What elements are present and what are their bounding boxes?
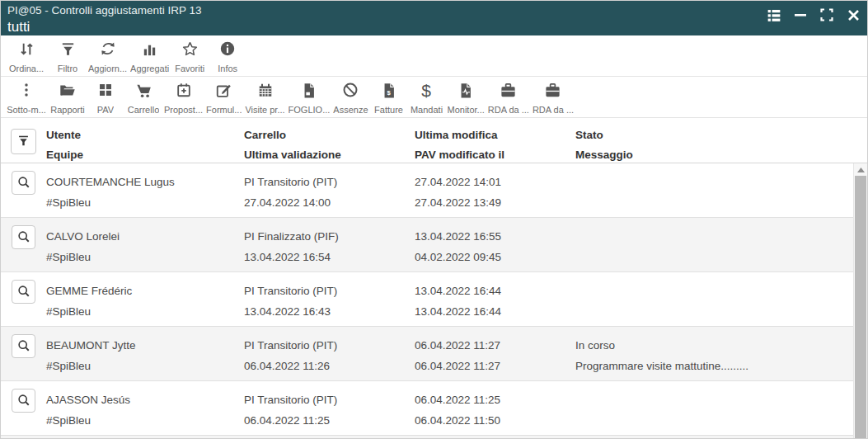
row-detail-button[interactable] bbox=[12, 225, 35, 249]
file-icon bbox=[301, 81, 317, 99]
magnifier-icon bbox=[16, 393, 30, 409]
row-ultima-modifica: 06.04.2022 11:27 bbox=[415, 335, 575, 356]
vertical-scrollbar[interactable] bbox=[853, 163, 867, 438]
table-row[interactable]: CALVO Lorelei#SpiBleu PI Finalizzato (PI… bbox=[1, 218, 853, 272]
row-detail-button[interactable] bbox=[12, 171, 35, 195]
scroll-up-arrow-icon[interactable] bbox=[854, 163, 867, 176]
file-pulse-icon bbox=[457, 81, 474, 99]
window-controls bbox=[767, 3, 861, 35]
column-header-line1: Carrello bbox=[244, 125, 415, 145]
toolbar-label: Monitor... bbox=[448, 105, 485, 115]
column-header-line2: Equipe bbox=[46, 145, 244, 165]
toolbar-label: Formul... bbox=[206, 105, 242, 115]
cart-icon bbox=[135, 81, 152, 99]
row-utente: COURTEMANCHE Lugus bbox=[46, 172, 244, 192]
toolbar-button-infos[interactable]: Infos bbox=[209, 35, 246, 76]
row-carrello: PI Transitorio (PIT) bbox=[244, 389, 415, 410]
toolbar-button-aggiorna[interactable]: Aggiorn... bbox=[87, 35, 129, 76]
window-subtitle: tutti bbox=[7, 18, 202, 37]
row-carrello: PI Transitorio (PIT) bbox=[244, 281, 415, 301]
toolbar-button-pav[interactable]: PAV bbox=[87, 77, 124, 117]
bar-chart-icon bbox=[141, 40, 158, 58]
info-icon bbox=[219, 40, 236, 58]
row-utente: BEAUMONT Jytte bbox=[46, 335, 244, 356]
toolbar-button-filtro[interactable]: Filtro bbox=[49, 35, 87, 76]
row-carrello: PI Transitorio (PIT) bbox=[244, 335, 415, 356]
row-pav-modificato: 13.04.2022 16:44 bbox=[415, 301, 575, 322]
table-row[interactable]: COURTEMANCHE Lugus#SpiBleu PI Transitori… bbox=[1, 163, 853, 218]
row-equipe: #SpiBleu bbox=[46, 192, 244, 213]
app-window: PI@05 - Controlli aggiustamenti IRP 13 t… bbox=[0, 0, 868, 439]
toolbar-button-favoriti[interactable]: Favoriti bbox=[171, 35, 209, 76]
toolbar-label: PAV bbox=[97, 105, 114, 115]
row-detail-button[interactable] bbox=[12, 334, 35, 358]
row-detail-button[interactable] bbox=[12, 389, 35, 413]
sort-icon bbox=[18, 40, 35, 58]
calendar-plus-icon bbox=[176, 81, 192, 99]
magnifier-icon bbox=[16, 175, 30, 191]
column-header-line2: Messaggio bbox=[575, 145, 853, 165]
column-header-stato[interactable]: Stato Messaggio bbox=[575, 118, 853, 165]
column-header-line1: Ultima modifica bbox=[415, 125, 575, 145]
row-detail-button[interactable] bbox=[12, 280, 35, 304]
row-utente: CALVO Lorelei bbox=[46, 226, 244, 247]
toolbar-label: Aggregati bbox=[130, 64, 169, 73]
magnifier-icon bbox=[16, 229, 30, 246]
row-equipe: #SpiBleu bbox=[46, 356, 244, 376]
column-header-carrello[interactable]: Carrello Ultima validazione bbox=[244, 118, 415, 165]
partial-next-row bbox=[1, 436, 853, 438]
toolbar-button-rapporti[interactable]: Rapporti bbox=[49, 77, 87, 117]
column-header-utente[interactable]: Utente Equipe bbox=[46, 118, 244, 165]
row-ultima-validazione: 06.04.2022 11:26 bbox=[244, 356, 415, 376]
toolbar-label: Mandati bbox=[411, 105, 443, 115]
column-header-line1: Utente bbox=[46, 125, 244, 145]
table-rows: COURTEMANCHE Lugus#SpiBleu PI Transitori… bbox=[1, 163, 853, 438]
row-ultima-modifica: 13.04.2022 16:44 bbox=[415, 281, 575, 301]
toolbar-button-rda-1[interactable]: RDA da ... bbox=[486, 77, 531, 117]
edit-icon bbox=[215, 81, 232, 99]
toolbar-label: RDA da ... bbox=[488, 105, 529, 115]
toolbar-button-ordina[interactable]: Ordina... bbox=[4, 35, 49, 76]
row-pav-modificato: 06.04.2022 11:27 bbox=[415, 356, 575, 376]
toolbar-button-assenze[interactable]: Assenze bbox=[331, 77, 369, 117]
toolbar-button-fatture[interactable]: Fatture bbox=[370, 77, 408, 117]
row-pav-modificato: 27.04.2022 13:49 bbox=[415, 192, 575, 213]
toolbar-button-mandati[interactable]: Mandati bbox=[408, 77, 446, 117]
toolbar-label: Fatture bbox=[374, 105, 403, 115]
magnifier-icon bbox=[16, 338, 30, 355]
list-view-icon[interactable] bbox=[767, 7, 781, 22]
row-ultima-validazione: 06.04.2022 11:25 bbox=[244, 410, 415, 431]
row-carrello: PI Transitorio (PIT) bbox=[244, 172, 415, 192]
table-row[interactable]: GEMME Frédéric#SpiBleu PI Transitorio (P… bbox=[1, 272, 853, 327]
toolbar-button-proposte[interactable]: Propost... bbox=[162, 77, 204, 117]
row-pav-modificato: 04.02.2022 09:45 bbox=[415, 247, 575, 267]
maximize-icon[interactable] bbox=[819, 7, 834, 22]
toolbar-label: Visite pr... bbox=[245, 105, 284, 115]
table-row[interactable]: BEAUMONT Jytte#SpiBleu PI Transitorio (P… bbox=[1, 327, 853, 381]
minimize-icon[interactable] bbox=[793, 7, 808, 22]
filter-button[interactable] bbox=[11, 129, 36, 154]
toolbar-label: Filtro bbox=[58, 64, 77, 73]
dollar-icon bbox=[418, 81, 435, 99]
table-header: Utente Equipe Carrello Ultima validazion… bbox=[1, 118, 867, 163]
toolbar-button-rda-2[interactable]: RDA da ... bbox=[531, 77, 575, 117]
toolbar-button-aggregati[interactable]: Aggregati bbox=[129, 35, 171, 76]
table-body: COURTEMANCHE Lugus#SpiBleu PI Transitori… bbox=[1, 163, 867, 438]
column-header-ultima-modifica[interactable]: Ultima modifica PAV modificato il bbox=[415, 118, 575, 165]
toolbar-button-visite[interactable]: Visite pr... bbox=[243, 77, 286, 117]
toolbar-button-sotto-menu[interactable]: Sotto-m... bbox=[4, 77, 49, 117]
window-title: PI@05 - Controlli aggiustamenti IRP 13 bbox=[7, 3, 202, 18]
scrollbar-thumb[interactable] bbox=[855, 176, 866, 438]
toolbar-button-foglio[interactable]: FOGLIO... bbox=[287, 77, 332, 117]
toolbar-button-formulari[interactable]: Formul... bbox=[204, 77, 243, 117]
filter-icon bbox=[16, 134, 30, 150]
toolbar-label: Sotto-m... bbox=[7, 105, 46, 115]
ban-icon bbox=[342, 81, 359, 99]
row-equipe: #SpiBleu bbox=[46, 301, 244, 322]
row-equipe: #SpiBleu bbox=[46, 410, 244, 431]
close-icon[interactable] bbox=[846, 7, 861, 22]
toolbar-button-carrello[interactable]: Carrello bbox=[124, 77, 162, 117]
toolbar-button-monitoraggio[interactable]: Monitor... bbox=[446, 77, 486, 117]
table-row[interactable]: AJASSON Jesús#SpiBleu PI Transitorio (PI… bbox=[1, 381, 853, 436]
refresh-icon bbox=[100, 40, 116, 58]
